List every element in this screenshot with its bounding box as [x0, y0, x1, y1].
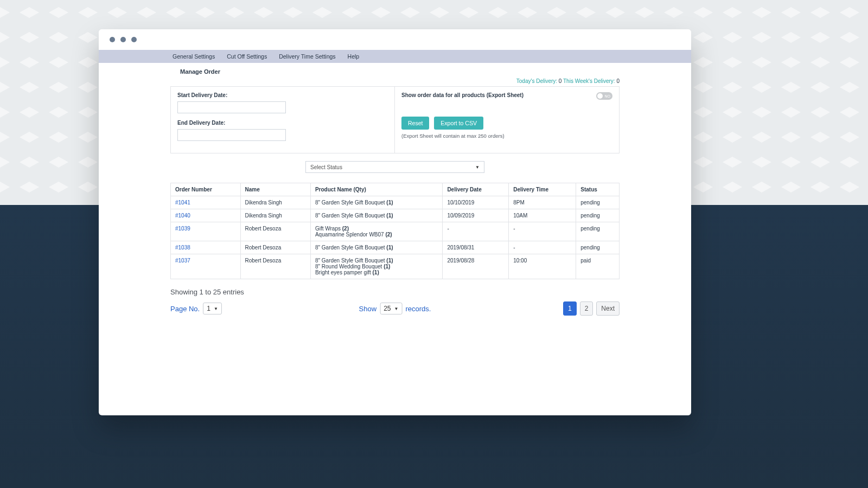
pager-buttons: 1 2 Next — [563, 301, 620, 316]
start-date-input[interactable] — [177, 101, 286, 113]
filter-panel: Start Delivery Date: End Delivery Date: … — [170, 86, 620, 153]
col-header: Delivery Date — [443, 183, 509, 196]
table-cell: 8" Garden Style Gift Bouquet (1) — [310, 241, 442, 254]
table-cell: paid — [576, 254, 620, 279]
table-cell: #1040 — [171, 209, 241, 222]
pager-showing-text: Showing 1 to 25 entries — [170, 288, 620, 296]
table-cell: #1039 — [171, 222, 241, 241]
table-cell: 2019/08/28 — [443, 254, 509, 279]
col-header: Status — [576, 183, 620, 196]
status-select-placeholder: Select Status — [310, 164, 342, 170]
table-row: #1040Dikendra Singh8" Garden Style Gift … — [171, 209, 620, 222]
weeks-delivery-link[interactable]: This Week's Delivery: — [563, 78, 615, 84]
order-link[interactable]: #1039 — [175, 226, 190, 232]
export-all-toggle[interactable]: NO — [596, 92, 612, 100]
table-row: #1041Dikendra Singh8" Garden Style Gift … — [171, 196, 620, 209]
table-cell: Dikendra Singh — [240, 209, 310, 222]
top-nav: General Settings Cut Off Settings Delive… — [99, 50, 691, 63]
table-cell: Dikendra Singh — [240, 196, 310, 209]
end-date-label: End Delivery Date: — [177, 120, 388, 126]
page-2-button[interactable]: 2 — [580, 301, 593, 316]
table-cell: - — [443, 222, 509, 241]
table-cell: #1041 — [171, 196, 241, 209]
table-cell: 10/09/2019 — [443, 209, 509, 222]
show-label: Show — [359, 305, 377, 313]
window-titlebar — [99, 29, 691, 50]
weeks-delivery-value: 0 — [616, 78, 620, 84]
start-date-label: Start Delivery Date: — [177, 92, 388, 98]
table-cell: pending — [576, 222, 620, 241]
export-note: (Export Sheet will contain at max 250 or… — [401, 133, 612, 139]
nav-help[interactable]: Help — [348, 53, 360, 60]
page-title: Manage Order — [99, 63, 691, 78]
order-link[interactable]: #1038 — [175, 245, 190, 251]
page-no-label: Page No. — [170, 305, 200, 313]
nav-cutoff-settings[interactable]: Cut Off Settings — [227, 53, 267, 60]
order-link[interactable]: #1041 — [175, 200, 190, 206]
end-date-input[interactable] — [177, 129, 286, 141]
table-cell: Robert Desoza — [240, 241, 310, 254]
show-records-value: 25 — [384, 305, 391, 312]
page-1-button[interactable]: 1 — [563, 301, 577, 316]
page-no-value: 1 — [207, 305, 210, 312]
export-all-label: Show order data for all products (Export… — [401, 92, 612, 98]
page-no-select[interactable]: 1 ▼ — [203, 303, 222, 314]
col-header: Delivery Time — [509, 183, 576, 196]
table-cell: 10AM — [509, 209, 576, 222]
table-cell: pending — [576, 196, 620, 209]
col-header: Order Number — [171, 183, 241, 196]
chevron-down-icon: ▼ — [214, 306, 218, 311]
content-area: Today's Delivery: 0 This Week's Delivery… — [99, 78, 691, 415]
todays-delivery-link[interactable]: Today's Delivery: — [516, 78, 557, 84]
app-window: General Settings Cut Off Settings Delive… — [99, 29, 691, 415]
table-cell: 10:00 — [509, 254, 576, 279]
window-dot — [120, 37, 126, 42]
table-cell: 10/10/2019 — [443, 196, 509, 209]
window-dot — [131, 37, 137, 42]
next-button[interactable]: Next — [596, 301, 620, 316]
chevron-down-icon: ▼ — [394, 306, 399, 311]
order-link[interactable]: #1040 — [175, 213, 190, 219]
status-select[interactable]: Select Status ▼ — [305, 161, 484, 173]
show-records-select[interactable]: 25 ▼ — [380, 303, 402, 314]
window-dot — [110, 37, 115, 42]
table-cell: Robert Desoza — [240, 222, 310, 241]
nav-delivery-time[interactable]: Delivery Time Settings — [279, 53, 335, 60]
toggle-text: NO — [605, 94, 611, 98]
table-cell: Gift Wraps (2)Aquamarine Splendor WB07 (… — [310, 222, 442, 241]
table-cell: 8" Garden Style Gift Bouquet (1)8" Round… — [310, 254, 442, 279]
table-cell: 8PM — [509, 196, 576, 209]
table-cell: Robert Desoza — [240, 254, 310, 279]
table-cell: #1038 — [171, 241, 241, 254]
table-cell: #1037 — [171, 254, 241, 279]
col-header: Name — [240, 183, 310, 196]
table-row: #1038Robert Desoza8" Garden Style Gift B… — [171, 241, 620, 254]
export-csv-button[interactable]: Export to CSV — [434, 117, 483, 130]
table-cell: pending — [576, 209, 620, 222]
delivery-counts: Today's Delivery: 0 This Week's Delivery… — [170, 78, 620, 84]
table-cell: pending — [576, 241, 620, 254]
orders-table: Order NumberNameProduct Name (Qty)Delive… — [170, 183, 620, 279]
table-cell: 8" Garden Style Gift Bouquet (1) — [310, 196, 442, 209]
records-label: records. — [405, 305, 431, 313]
table-cell: - — [509, 241, 576, 254]
reset-button[interactable]: Reset — [401, 117, 429, 130]
nav-general-settings[interactable]: General Settings — [173, 53, 215, 60]
order-link[interactable]: #1037 — [175, 258, 190, 264]
table-cell: - — [509, 222, 576, 241]
chevron-down-icon: ▼ — [475, 165, 480, 170]
table-cell: 8" Garden Style Gift Bouquet (1) — [310, 209, 442, 222]
table-row: #1039Robert DesozaGift Wraps (2)Aquamari… — [171, 222, 620, 241]
col-header: Product Name (Qty) — [310, 183, 442, 196]
table-row: #1037Robert Desoza8" Garden Style Gift B… — [171, 254, 620, 279]
table-cell: 2019/08/31 — [443, 241, 509, 254]
todays-delivery-value: 0 — [559, 78, 562, 84]
